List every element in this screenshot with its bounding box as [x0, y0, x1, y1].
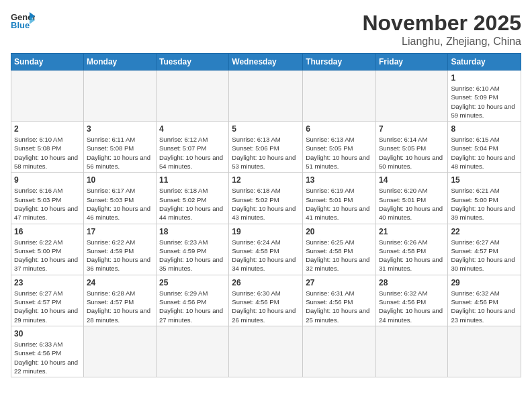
calendar-cell: 28Sunrise: 6:32 AM Sunset: 4:56 PM Dayli… [375, 275, 447, 326]
day-info: Sunrise: 6:20 AM Sunset: 5:01 PM Dayligh… [379, 186, 445, 222]
calendar-cell [83, 71, 156, 122]
calendar-cell [83, 326, 156, 377]
calendar-cell: 14Sunrise: 6:20 AM Sunset: 5:01 PM Dayli… [375, 173, 447, 224]
calendar-cell [303, 326, 376, 377]
title-area: November 2025 Lianghu, Zhejiang, China [362, 11, 521, 48]
day-info: Sunrise: 6:19 AM Sunset: 5:01 PM Dayligh… [306, 186, 373, 222]
day-info: Sunrise: 6:16 AM Sunset: 5:03 PM Dayligh… [14, 186, 81, 222]
weekday-header-saturday: Saturday [448, 54, 521, 71]
day-number: 4 [159, 124, 226, 134]
day-info: Sunrise: 6:29 AM Sunset: 4:56 PM Dayligh… [159, 289, 226, 324]
calendar-cell: 2Sunrise: 6:10 AM Sunset: 5:08 PM Daylig… [11, 122, 84, 173]
calendar-cell: 16Sunrise: 6:22 AM Sunset: 5:00 PM Dayli… [11, 224, 84, 275]
calendar-cell: 20Sunrise: 6:25 AM Sunset: 4:58 PM Dayli… [303, 224, 376, 275]
day-info: Sunrise: 6:14 AM Sunset: 5:05 PM Dayligh… [379, 135, 445, 171]
weekday-header-monday: Monday [83, 54, 156, 71]
calendar-cell: 7Sunrise: 6:14 AM Sunset: 5:05 PM Daylig… [375, 122, 447, 173]
calendar-cell: 13Sunrise: 6:19 AM Sunset: 5:01 PM Dayli… [303, 173, 376, 224]
day-info: Sunrise: 6:18 AM Sunset: 5:02 PM Dayligh… [159, 186, 226, 222]
day-info: Sunrise: 6:27 AM Sunset: 4:57 PM Dayligh… [451, 238, 518, 273]
day-number: 13 [306, 175, 373, 185]
calendar-cell: 15Sunrise: 6:21 AM Sunset: 5:00 PM Dayli… [448, 173, 521, 224]
calendar-table: SundayMondayTuesdayWednesdayThursdayFrid… [11, 53, 521, 377]
day-number: 28 [379, 278, 445, 287]
day-number: 14 [379, 175, 445, 185]
calendar-cell: 6Sunrise: 6:13 AM Sunset: 5:05 PM Daylig… [303, 122, 376, 173]
calendar-cell [229, 326, 303, 377]
calendar-week-5: 23Sunrise: 6:27 AM Sunset: 4:57 PM Dayli… [11, 275, 521, 326]
calendar-cell: 18Sunrise: 6:23 AM Sunset: 4:59 PM Dayli… [157, 224, 229, 275]
day-number: 11 [159, 175, 226, 185]
weekday-header-wednesday: Wednesday [229, 54, 303, 71]
calendar-cell: 27Sunrise: 6:31 AM Sunset: 4:56 PM Dayli… [303, 275, 376, 326]
day-info: Sunrise: 6:12 AM Sunset: 5:07 PM Dayligh… [159, 135, 226, 171]
day-info: Sunrise: 6:10 AM Sunset: 5:09 PM Dayligh… [451, 84, 518, 120]
calendar-cell: 26Sunrise: 6:30 AM Sunset: 4:56 PM Dayli… [229, 275, 303, 326]
day-info: Sunrise: 6:22 AM Sunset: 5:00 PM Dayligh… [14, 238, 81, 273]
day-info: Sunrise: 6:24 AM Sunset: 4:58 PM Dayligh… [232, 238, 300, 273]
calendar-cell [157, 326, 229, 377]
calendar-cell: 21Sunrise: 6:26 AM Sunset: 4:58 PM Dayli… [375, 224, 447, 275]
location-subtitle: Lianghu, Zhejiang, China [362, 36, 521, 48]
day-info: Sunrise: 6:32 AM Sunset: 4:56 PM Dayligh… [379, 289, 445, 324]
day-info: Sunrise: 6:22 AM Sunset: 4:59 PM Dayligh… [87, 238, 153, 273]
calendar-cell [375, 326, 447, 377]
calendar-cell: 8Sunrise: 6:15 AM Sunset: 5:04 PM Daylig… [448, 122, 521, 173]
calendar-cell: 29Sunrise: 6:32 AM Sunset: 4:56 PM Dayli… [448, 275, 521, 326]
day-number: 12 [232, 175, 300, 185]
day-number: 19 [232, 227, 300, 236]
day-number: 26 [232, 278, 300, 287]
calendar-cell [229, 71, 303, 122]
day-number: 27 [306, 278, 373, 287]
day-info: Sunrise: 6:33 AM Sunset: 4:56 PM Dayligh… [14, 340, 81, 375]
calendar-week-2: 2Sunrise: 6:10 AM Sunset: 5:08 PM Daylig… [11, 122, 521, 173]
logo: General Blue [11, 11, 35, 30]
calendar-week-1: 1Sunrise: 6:10 AM Sunset: 5:09 PM Daylig… [11, 71, 521, 122]
day-number: 6 [306, 124, 373, 134]
month-year-title: November 2025 [362, 11, 521, 36]
day-number: 18 [159, 227, 226, 236]
calendar-cell: 1Sunrise: 6:10 AM Sunset: 5:09 PM Daylig… [448, 71, 521, 122]
page-header: General Blue November 2025 Lianghu, Zhej… [11, 11, 521, 48]
day-number: 1 [451, 73, 518, 83]
day-info: Sunrise: 6:27 AM Sunset: 4:57 PM Dayligh… [14, 289, 81, 324]
calendar-week-3: 9Sunrise: 6:16 AM Sunset: 5:03 PM Daylig… [11, 173, 521, 224]
day-number: 23 [14, 278, 81, 287]
day-number: 2 [14, 124, 81, 134]
calendar-cell: 23Sunrise: 6:27 AM Sunset: 4:57 PM Dayli… [11, 275, 84, 326]
day-info: Sunrise: 6:13 AM Sunset: 5:06 PM Dayligh… [232, 135, 300, 171]
calendar-cell: 30Sunrise: 6:33 AM Sunset: 4:56 PM Dayli… [11, 326, 84, 377]
svg-text:Blue: Blue [11, 20, 30, 30]
day-info: Sunrise: 6:23 AM Sunset: 4:59 PM Dayligh… [159, 238, 226, 273]
day-number: 10 [87, 175, 153, 185]
day-number: 29 [451, 278, 518, 287]
day-info: Sunrise: 6:10 AM Sunset: 5:08 PM Dayligh… [14, 135, 81, 171]
day-info: Sunrise: 6:31 AM Sunset: 4:56 PM Dayligh… [306, 289, 373, 324]
day-info: Sunrise: 6:21 AM Sunset: 5:00 PM Dayligh… [451, 186, 518, 222]
day-info: Sunrise: 6:25 AM Sunset: 4:58 PM Dayligh… [306, 238, 373, 273]
weekday-header-sunday: Sunday [11, 54, 84, 71]
day-number: 30 [14, 329, 81, 338]
day-number: 5 [232, 124, 300, 134]
calendar-cell: 12Sunrise: 6:18 AM Sunset: 5:02 PM Dayli… [229, 173, 303, 224]
day-number: 15 [451, 175, 518, 185]
calendar-cell: 9Sunrise: 6:16 AM Sunset: 5:03 PM Daylig… [11, 173, 84, 224]
calendar-cell [11, 71, 84, 122]
day-info: Sunrise: 6:18 AM Sunset: 5:02 PM Dayligh… [232, 186, 300, 222]
weekday-header-thursday: Thursday [303, 54, 376, 71]
calendar-week-6: 30Sunrise: 6:33 AM Sunset: 4:56 PM Dayli… [11, 326, 521, 377]
day-number: 7 [379, 124, 445, 134]
day-info: Sunrise: 6:15 AM Sunset: 5:04 PM Dayligh… [451, 135, 518, 171]
calendar-cell: 11Sunrise: 6:18 AM Sunset: 5:02 PM Dayli… [157, 173, 229, 224]
day-number: 22 [451, 227, 518, 236]
calendar-week-4: 16Sunrise: 6:22 AM Sunset: 5:00 PM Dayli… [11, 224, 521, 275]
day-number: 9 [14, 175, 81, 185]
calendar-cell [375, 71, 447, 122]
day-number: 20 [306, 227, 373, 236]
calendar-cell [303, 71, 376, 122]
day-info: Sunrise: 6:11 AM Sunset: 5:08 PM Dayligh… [87, 135, 153, 171]
calendar-cell [448, 326, 521, 377]
day-number: 21 [379, 227, 445, 236]
day-number: 16 [14, 227, 81, 236]
day-number: 3 [87, 124, 153, 134]
